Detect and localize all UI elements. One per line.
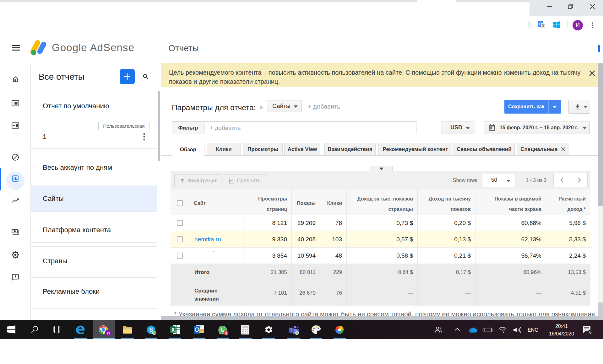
svg-text:3: 3	[225, 331, 227, 335]
svg-text:6: 6	[589, 330, 592, 335]
svg-text:S: S	[149, 327, 153, 333]
svg-text:文: 文	[541, 24, 545, 27]
